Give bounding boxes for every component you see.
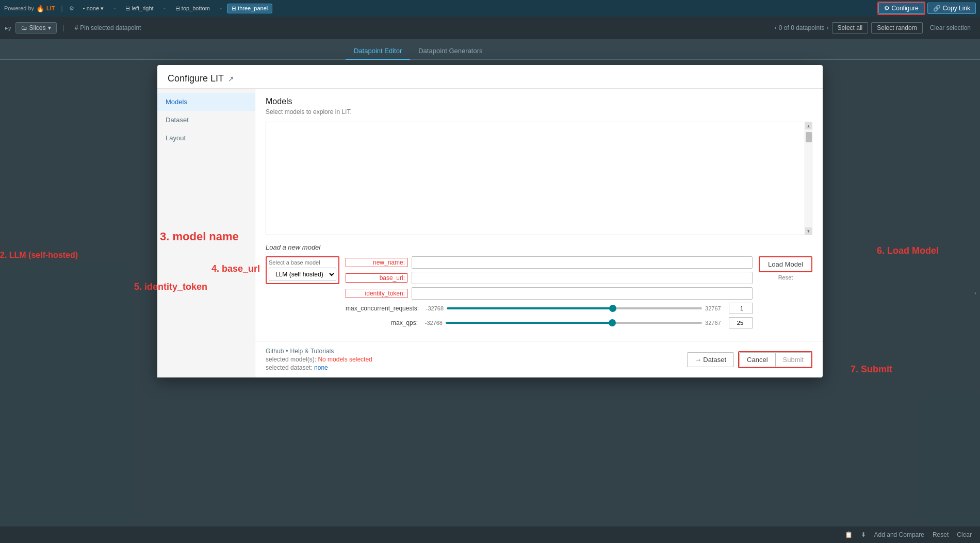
layout-three-panel[interactable]: ⊟ three_panel [227, 4, 272, 13]
layout-none-icon: ▪ [83, 5, 85, 11]
submit-button[interactable]: Submit [776, 352, 811, 367]
clear-selection-label: Clear selection [930, 24, 971, 31]
slices-prefix: ▸y [5, 25, 11, 31]
configure-modal: Configure LIT ↗ Models Dataset Layout [157, 65, 823, 377]
nav-models-label: Models [166, 98, 187, 106]
new-name-row: new_name: [346, 256, 753, 269]
copy-icon: 🔗 [933, 5, 941, 12]
help-link[interactable]: Help & Tutorials [290, 348, 334, 355]
selected-models-label: selected model(s): [266, 356, 316, 363]
identity-token-input[interactable] [412, 287, 753, 300]
layout-sep2: ▪ [164, 5, 166, 12]
reset-label-bottom[interactable]: Reset [933, 531, 949, 538]
nav-layout[interactable]: Layout [157, 129, 255, 147]
identity-token-annotation: 5. identity_token [134, 282, 207, 292]
max-concurrent-label: max_concurrent_requests: [346, 305, 419, 312]
layout-none-arrow: ▾ [101, 5, 104, 12]
second-bar-right: ‹ 0 of 0 datapoints › Select all Select … [775, 22, 975, 34]
cancel-label: Cancel [747, 356, 767, 364]
nav-dataset[interactable]: Dataset [157, 111, 255, 129]
add-compare-label[interactable]: Add and Compare [874, 531, 924, 538]
submit-annotation: 7. Submit [851, 364, 892, 375]
base-url-input[interactable] [412, 272, 753, 284]
base-model-label: Select a base model [269, 259, 336, 266]
no-dataset-text: none [314, 364, 328, 371]
configure-button[interactable]: ⚙ Configure [878, 3, 924, 14]
github-link[interactable]: Github [266, 348, 284, 355]
max-concurrent-value[interactable] [729, 303, 753, 314]
clear-selection-button[interactable]: Clear selection [926, 23, 975, 33]
footer-left: Github • Help & Tutorials selected model… [266, 348, 372, 371]
prev-datapoint[interactable]: ‹ [775, 24, 777, 31]
scroll-down-button[interactable]: ▼ [805, 227, 812, 235]
identity-token-row: identity_token: [346, 287, 753, 300]
nav-models[interactable]: Models [157, 93, 255, 111]
new-name-input[interactable] [412, 256, 753, 269]
load-model-label-text: Load a new model [266, 243, 320, 251]
slices-icon: 🗂 [21, 24, 27, 31]
pin-icon: # [75, 24, 78, 31]
layout-none-label: none [87, 5, 99, 11]
slices-arrow: ▾ [48, 24, 51, 31]
submit-annotation-text: 7. Submit [851, 364, 892, 374]
load-model-btn-area: Load Model Reset [759, 256, 812, 281]
modal-title: Configure LIT ↗ [168, 73, 234, 84]
scroll-up-button[interactable]: ▲ [805, 122, 812, 129]
layout-left-right[interactable]: ⊟ left_right [121, 4, 158, 13]
clear-label-bottom[interactable]: Clear [957, 531, 972, 538]
model-params: new_name: base_url: [346, 256, 753, 328]
layout-none[interactable]: ▪ none ▾ [78, 4, 108, 13]
gear-icon: ⚙ [884, 5, 890, 12]
base-model-dropdown[interactable]: LLM (self hosted) [269, 268, 336, 281]
slider-thumb[interactable] [609, 305, 616, 312]
max-qps-thumb[interactable] [609, 319, 616, 326]
datapoints-nav: ‹ 0 of 0 datapoints › [775, 24, 829, 31]
identity-token-label: identity_token: [346, 289, 407, 298]
max-qps-value[interactable] [729, 317, 753, 328]
layout-top-bottom[interactable]: ⊟ top_bottom [171, 4, 215, 13]
max-concurrent-row: max_concurrent_requests: -32768 32767 [346, 303, 753, 314]
max-concurrent-slider-row: -32768 32767 [423, 303, 753, 314]
footer-sep: • [286, 348, 288, 355]
max-qps-slider[interactable] [446, 322, 702, 324]
select-random-button[interactable]: Select random [871, 22, 922, 34]
copy-link-button[interactable]: 🔗 Copy Link [927, 3, 976, 14]
tab-dg-label: Datapoint Generators [418, 47, 482, 55]
flame-icon: 🔥 [36, 5, 44, 12]
tab-datapoint-generators[interactable]: Datapoint Generators [410, 43, 491, 60]
select-all-button[interactable]: Select all [832, 22, 869, 34]
model-name-annotation: 3. model name [160, 230, 239, 243]
layout-lr-label: left_right [132, 5, 153, 11]
slices-button[interactable]: 🗂 Slices ▾ [15, 22, 57, 34]
scroll-thumb [806, 132, 812, 142]
modal-content-area: Models Select models to explore in LIT. … [255, 89, 823, 377]
slices-label: Slices [29, 24, 46, 31]
footer-right: → Dataset Cancel Submit [687, 351, 812, 368]
pin-label: Pin selected datapoint [80, 24, 141, 31]
cancel-button[interactable]: Cancel [739, 352, 775, 367]
tab-datapoint-editor[interactable]: Datapoint Editor [346, 43, 410, 60]
copy-link-label: Copy Link [943, 5, 970, 12]
footer-links: Github • Help & Tutorials [266, 348, 372, 355]
dataset-button[interactable]: → Dataset [687, 352, 734, 367]
load-model-button[interactable]: Load Model [759, 256, 812, 272]
layout-tb-icon: ⊟ [175, 5, 180, 12]
submit-cancel-group: Cancel Submit [738, 351, 812, 368]
layout-3p-icon: ⊟ [232, 5, 236, 12]
external-link-icon[interactable]: ↗ [228, 75, 234, 83]
copy-bottom-icon[interactable]: 📋 [845, 531, 853, 538]
section-desc: Select models to explore in LIT. [266, 108, 812, 116]
slider-max-label: 32767 [705, 305, 726, 311]
layout-3p-label: three_panel [238, 5, 268, 11]
max-concurrent-slider[interactable] [447, 307, 702, 309]
download-bottom-icon[interactable]: ⬇ [861, 531, 866, 538]
modal-header: Configure LIT ↗ [157, 65, 823, 89]
no-models-text: No models selected [318, 356, 372, 363]
next-datapoint[interactable]: › [827, 24, 829, 31]
top-bar-right: ⚙ Configure 🔗 Copy Link [877, 2, 976, 15]
load-model-btn-label: Load Model [768, 260, 803, 268]
second-bar-left: ▸y 🗂 Slices ▾ | # Pin selected datapoint [5, 22, 145, 34]
pin-datapoint-button[interactable]: # Pin selected datapoint [71, 23, 145, 33]
powered-by-text: Powered by [4, 5, 34, 11]
tab-bar: Datapoint Editor Datapoint Generators [0, 39, 980, 60]
